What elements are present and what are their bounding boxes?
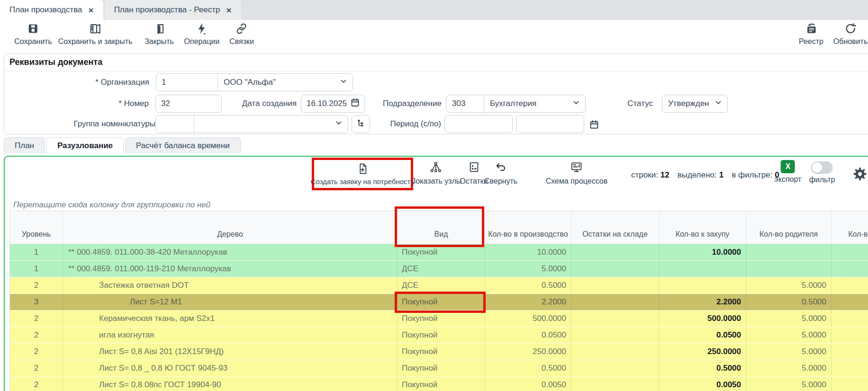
cell-level[interactable]: 1 (10, 261, 63, 277)
cell-qty-purchase[interactable] (659, 261, 746, 277)
cell-qty-production[interactable]: 500.0000 (485, 311, 571, 327)
cell-qty-extra[interactable] (832, 244, 868, 261)
cell-stock[interactable] (571, 377, 659, 391)
period-from-field[interactable] (444, 115, 513, 133)
cell-qty-extra[interactable] (832, 377, 868, 391)
period-to-field[interactable] (516, 115, 584, 133)
chevron-down-icon[interactable] (714, 98, 723, 110)
nomenclature-group-combo[interactable] (155, 115, 348, 133)
cell-qty-parent[interactable]: 5.0000 (746, 360, 832, 377)
chevron-down-icon[interactable] (334, 118, 344, 130)
cell-stock[interactable] (571, 327, 659, 344)
toggle-pill-icon[interactable] (811, 161, 833, 174)
table-row[interactable]: 1** 000.4859. 011.000-38-420 Металлорука… (10, 244, 868, 261)
save-and-close-button[interactable]: Сохранить и закрыть (58, 22, 133, 46)
cell-qty-purchase[interactable]: 10.0000 (659, 244, 746, 261)
department-combo[interactable]: 303 Бухгалтерия (446, 95, 586, 113)
cell-stock[interactable] (571, 244, 659, 261)
close-button[interactable]: Закрыть (145, 22, 174, 46)
cell-qty-extra[interactable] (832, 327, 868, 344)
cell-tree[interactable]: Лист S=12 М1 (63, 294, 398, 311)
cell-kind[interactable]: Покупной (398, 377, 485, 391)
cell-qty-parent[interactable] (746, 244, 832, 261)
cell-qty-parent[interactable]: 5.0000 (746, 344, 832, 360)
cell-tree[interactable]: ** 000.4859. 011.000-38-420 Металлорукав (63, 244, 398, 261)
table-row[interactable]: 1** 000.4859. 011.000-119-210 Металлорук… (10, 261, 868, 277)
table-row[interactable]: 3Лист S=12 М1Покупной2.20002.20000.5000 (10, 294, 868, 311)
operations-button[interactable]: Операции (184, 22, 220, 46)
column-header-level[interactable]: Уровень (10, 211, 63, 244)
tab-razuzlovanie[interactable]: Разузлование (46, 137, 124, 153)
tab-time-balance[interactable]: Расчёт баланса времени (125, 137, 241, 153)
department-code-field[interactable]: 303 (447, 95, 484, 112)
cell-qty-parent[interactable]: 5.0000 (746, 377, 832, 391)
refresh-button[interactable]: Обновить (833, 22, 868, 46)
cell-qty-purchase[interactable]: 0.0050 (659, 377, 746, 391)
filter-toggle[interactable]: фильтр (809, 161, 835, 184)
grid-settings-button[interactable] (852, 166, 868, 184)
cell-qty-purchase[interactable] (659, 277, 746, 294)
close-tab-icon[interactable]: × (89, 6, 94, 15)
registry-button[interactable]: Реестр (799, 22, 823, 46)
create-request-button[interactable]: Создать заявку на потребность (311, 163, 415, 186)
save-button[interactable]: Сохранить (14, 22, 52, 46)
column-header-qty-purchase[interactable]: Кол-во к закупу (659, 211, 746, 244)
cell-qty-parent[interactable]: 5.0000 (746, 327, 832, 344)
nomenclature-group-name-field[interactable] (194, 116, 348, 133)
export-excel-button[interactable]: X экспорт (775, 160, 802, 184)
cell-qty-purchase[interactable]: 0.5000 (659, 360, 746, 377)
cell-kind[interactable]: Покупной (398, 311, 485, 327)
cell-tree[interactable]: Застежка ответная DOT (63, 277, 398, 294)
nomenclature-group-code-field[interactable] (156, 116, 194, 133)
column-header-stock[interactable]: Остатки на складе (571, 211, 659, 244)
leftovers-button[interactable]: Остатки (460, 161, 488, 186)
table-row[interactable]: 2Керамическая ткань, арм S2x1Покупной500… (10, 311, 868, 327)
table-row[interactable]: 2Лист S= 0,8 Aisi 201 (12Х15Г9НД)Покупно… (10, 344, 868, 360)
column-header-qty-parent[interactable]: Кол-во родителя (746, 211, 832, 244)
cell-level[interactable]: 2 (10, 360, 63, 377)
cell-qty-parent[interactable]: 5.0000 (746, 277, 832, 294)
cell-tree[interactable]: игла изогнутая (63, 327, 398, 344)
calendar-icon[interactable] (350, 98, 360, 110)
organization-combo[interactable]: 1 ООО "Альфа" (156, 73, 353, 91)
cell-kind[interactable]: ДСЕ (398, 261, 485, 277)
cell-tree[interactable]: Лист S= 0,8 Aisi 201 (12Х15Г9НД) (63, 344, 398, 360)
cell-level[interactable]: 3 (10, 294, 63, 311)
department-name-field[interactable]: Бухгалтерия (484, 95, 585, 112)
table-row[interactable]: 2игла изогнутаяПокупной0.05000.05005.000… (10, 327, 868, 344)
status-select[interactable]: Утвержден (662, 95, 728, 113)
cell-qty-extra[interactable] (832, 261, 868, 277)
cell-qty-extra[interactable] (832, 360, 868, 377)
cell-qty-extra[interactable] (832, 344, 868, 360)
cell-level[interactable]: 1 (10, 244, 63, 261)
cell-qty-production[interactable]: 0.5000 (485, 277, 571, 294)
cell-qty-extra[interactable] (832, 311, 868, 327)
created-date-field[interactable]: 16.10.2025 (301, 95, 365, 113)
window-tab-production-plan[interactable]: План производства × (0, 0, 103, 20)
cell-tree[interactable]: Лист S= 0,8 _ 0,8 Ю ГОСТ 9045-93 (63, 360, 398, 377)
show-nodes-button[interactable]: Показать узлы (410, 161, 461, 186)
close-tab-icon[interactable]: × (226, 6, 232, 15)
cell-kind[interactable]: Покупной (398, 344, 485, 360)
cell-qty-purchase[interactable]: 250.0000 (659, 344, 746, 360)
cell-qty-extra[interactable] (832, 294, 868, 311)
cell-kind[interactable]: Покупной (398, 244, 485, 261)
chevron-down-icon[interactable] (571, 98, 581, 110)
cell-stock[interactable] (571, 277, 659, 294)
cell-qty-production[interactable]: 0.0500 (485, 327, 571, 344)
number-field[interactable]: 32 (155, 95, 222, 113)
cell-stock[interactable] (571, 360, 659, 377)
cell-qty-purchase[interactable]: 500.0000 (659, 311, 746, 327)
cell-qty-production[interactable]: 5.0000 (485, 261, 571, 277)
tree-select-button[interactable] (352, 115, 370, 133)
cell-qty-purchase[interactable]: 0.0500 (659, 327, 746, 344)
column-header-tree[interactable]: Дерево (63, 211, 398, 244)
table-row[interactable]: 2Застежка ответная DOTДСЕ0.50005.0000 (10, 277, 868, 294)
column-header-kind[interactable]: Вид (398, 211, 485, 244)
table-row[interactable]: 2Лист S= 0,8 08пс ГОСТ 19904-90Покупной0… (10, 377, 868, 391)
cell-stock[interactable] (571, 311, 659, 327)
cell-tree[interactable]: Лист S= 0,8 08пс ГОСТ 19904-90 (63, 377, 398, 391)
cell-qty-extra[interactable] (832, 277, 868, 294)
tab-plan[interactable]: План (4, 137, 45, 153)
cell-tree[interactable]: ** 000.4859. 011.000-119-210 Металлорука… (63, 261, 398, 277)
